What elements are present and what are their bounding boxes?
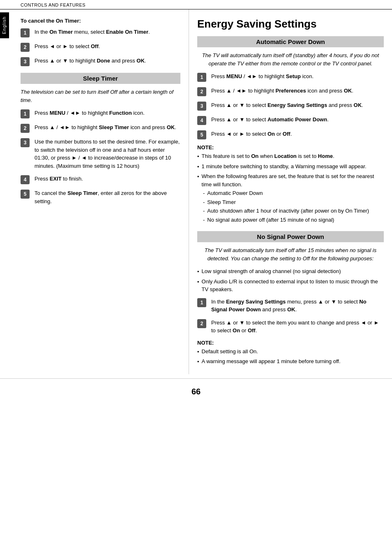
automatic-power-down-desc: The TV will automatically turn itself of… — [197, 51, 384, 67]
apd-sub-2: - Sleep Timer — [203, 198, 384, 206]
ns-step-num-2: 2 — [197, 319, 206, 328]
automatic-power-down-header: Automatic Power Down — [197, 36, 384, 47]
no-signal-bullet-2: • Only Audio L/R is connected to externa… — [197, 278, 384, 294]
no-signal-desc: The TV will automatically turn itself of… — [197, 246, 384, 262]
apd-step-3-text: Press ▲ or ▼ to select Energy Saving Set… — [211, 101, 384, 109]
cancel-step-1: 1 In the On Timer menu, select Enable On… — [21, 28, 180, 37]
side-tab: English — [0, 12, 9, 38]
sleep-timer-header: Sleep Timer — [21, 73, 180, 84]
automatic-power-down-section: Automatic Power Down The TV will automat… — [197, 36, 384, 224]
top-bar: CONTROLS AND FEATURES — [0, 0, 392, 9]
sleep-step-3-text: Use the number buttons to set the desire… — [35, 138, 180, 170]
page-wrapper: CONTROLS AND FEATURES English To cancel … — [0, 0, 392, 556]
apd-step-1: 1 Press MENU / ◄► to highlight Setup ico… — [197, 72, 384, 82]
apd-step-2: 2 Press ▲ / ◄► to highlight Preferences … — [197, 87, 384, 96]
apd-note-1: • This feature is set to On when Locatio… — [197, 152, 384, 161]
sleep-step-4: 4 Press EXIT to finish. — [21, 175, 180, 184]
apd-sub-1: - Automatic Power Down — [203, 189, 384, 197]
ns-step-2: 2 Press ▲ or ▼ to select the item you wa… — [197, 319, 384, 335]
main-content: To cancel the On Timer: 1 In the On Time… — [0, 9, 392, 374]
ns-step-1-text: In the Energy Saving Settings menu, pres… — [211, 298, 384, 314]
sleep-step-5: 5 To cancel the Sleep Timer, enter all z… — [21, 189, 180, 205]
apd-step-num-2: 2 — [197, 87, 206, 96]
ns-step-1: 1 In the Energy Saving Settings menu, pr… — [197, 298, 384, 314]
sleep-step-num-5: 5 — [21, 190, 30, 199]
no-signal-header: No Signal Power Down — [197, 231, 384, 242]
ns-note-1: • Default setting is all On. — [197, 348, 384, 356]
sleep-step-num-2: 2 — [21, 124, 30, 133]
ns-note-label: NOTE: — [197, 340, 384, 346]
apd-step-3: 3 Press ▲ or ▼ to select Energy Saving S… — [197, 101, 384, 111]
sleep-step-num-3: 3 — [21, 138, 30, 147]
cancel-step-2-text: Press ◄ or ► to select Off. — [35, 42, 180, 51]
ns-step-2-text: Press ▲ or ▼ to select the item you want… — [211, 319, 384, 335]
page-number: 66 — [0, 378, 392, 401]
sleep-step-2: 2 Press ▲ / ◄► to highlight Sleep Timer … — [21, 123, 180, 133]
apd-step-num-5: 5 — [197, 130, 206, 139]
sleep-step-2-text: Press ▲ / ◄► to highlight Sleep Timer ic… — [35, 123, 180, 132]
sleep-step-3: 3 Use the number buttons to set the desi… — [21, 138, 180, 170]
sleep-step-5-text: To cancel the Sleep Timer, enter all zer… — [35, 189, 180, 205]
page-title: Energy Saving Settings — [197, 18, 384, 30]
cancel-step-3: 3 Press ▲ or ▼ to highlight Done and pre… — [21, 57, 180, 66]
apd-step-5: 5 Press ◄ or ► to select On or Off. — [197, 130, 384, 139]
apd-step-2-text: Press ▲ / ◄► to highlight Preferences ic… — [211, 87, 384, 95]
sleep-step-1: 1 Press MENU / ◄► to highlight Function … — [21, 109, 180, 118]
step-num-2: 2 — [21, 43, 30, 52]
ns-note-2: • A warning message will appear 1 minute… — [197, 357, 384, 366]
sleep-timer-description: The television can be set to turn itself… — [21, 88, 180, 104]
step-num-1: 1 — [21, 28, 30, 37]
no-signal-bullet-1: • Low signal strength of analog channel … — [197, 267, 384, 276]
cancel-step-3-text: Press ▲ or ▼ to highlight Done and press… — [35, 57, 180, 65]
apd-step-4: 4 Press ▲ or ▼ to select Automatic Power… — [197, 116, 384, 125]
apd-step-5-text: Press ◄ or ► to select On or Off. — [211, 130, 384, 138]
sleep-timer-section: Sleep Timer The television can be set to… — [21, 73, 180, 205]
apd-note-label: NOTE: — [197, 144, 384, 151]
ns-step-num-1: 1 — [197, 298, 206, 307]
apd-step-4-text: Press ▲ or ▼ to select Automatic Power D… — [211, 116, 384, 124]
right-column: Energy Saving Settings Automatic Power D… — [189, 9, 392, 374]
apd-sub-4: - No signal auto power off (after 15 min… — [203, 216, 384, 224]
apd-step-num-3: 3 — [197, 102, 206, 111]
top-bar-text: CONTROLS AND FEATURES — [21, 2, 85, 7]
sleep-step-num-4: 4 — [21, 175, 30, 184]
cancel-step-1-text: In the On Timer menu, select Enable On T… — [35, 28, 180, 36]
apd-step-1-text: Press MENU / ◄► to highlight Setup icon. — [211, 72, 384, 81]
cancel-timer-header: To cancel the On Timer: — [21, 18, 180, 24]
step-num-3: 3 — [21, 57, 30, 66]
apd-step-num-4: 4 — [197, 116, 206, 125]
cancel-step-2: 2 Press ◄ or ► to select Off. — [21, 42, 180, 52]
left-column: To cancel the On Timer: 1 In the On Time… — [0, 9, 189, 374]
sleep-step-num-1: 1 — [21, 109, 30, 118]
no-signal-power-down-section: No Signal Power Down The TV will automat… — [197, 231, 384, 366]
sleep-step-1-text: Press MENU / ◄► to highlight Function ic… — [35, 109, 180, 117]
sleep-step-4-text: Press EXIT to finish. — [35, 175, 180, 183]
apd-notes: NOTE: • This feature is set to On when L… — [197, 144, 384, 224]
cancel-steps: 1 In the On Timer menu, select Enable On… — [21, 28, 180, 66]
no-signal-notes: NOTE: • Default setting is all On. • A w… — [197, 340, 384, 366]
apd-note-3: • When the following features are set, t… — [197, 172, 384, 188]
no-signal-steps: 1 In the Energy Saving Settings menu, pr… — [197, 298, 384, 335]
apd-note-2: • 1 minute before switching to standby, … — [197, 162, 384, 171]
apd-sub-3: - Auto shutdown after 1 hour of inactivi… — [203, 207, 384, 215]
apd-step-num-1: 1 — [197, 73, 206, 82]
